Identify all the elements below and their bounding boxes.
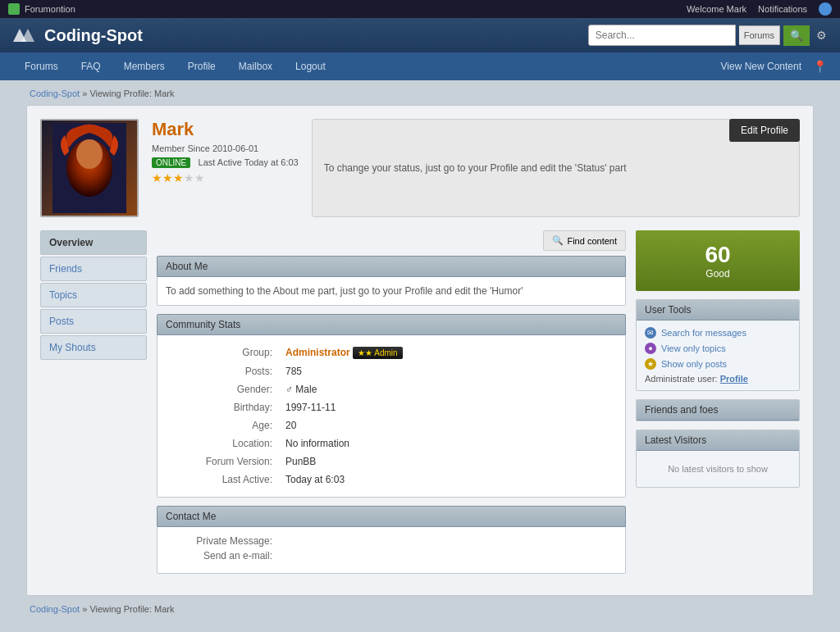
welcome-text[interactable]: Welcome Mark [687, 4, 746, 14]
admin-link-area: Administrate user: Profile [645, 374, 791, 384]
forum-version-label: Forum Version: [166, 452, 281, 471]
table-row: Birthday: 1997-11-11 [166, 398, 617, 416]
table-row: Age: 20 [166, 416, 617, 434]
posts-value: 785 [281, 362, 617, 380]
community-stats-header: Community Stats [157, 314, 626, 335]
table-row: Gender: ♂ Male [166, 380, 617, 398]
content-wrapper: Coding-Spot » Viewing Profile: Mark Edit… [26, 80, 814, 632]
nav: Forums FAQ Members Profile Mailbox Logou… [0, 52, 840, 80]
main-content: 🔍 Find content About Me To add something… [157, 230, 626, 582]
svg-point-4 [76, 139, 103, 169]
search-button[interactable]: 🔍 [783, 25, 810, 46]
location-label: Location: [166, 434, 281, 452]
user-tools-body: ✉ Search for messages ● View only topics… [637, 321, 799, 390]
edit-profile-button[interactable]: Edit Profile [729, 119, 800, 142]
score-box: 60 Good [636, 230, 800, 291]
footer-breadcrumb-home[interactable]: Coding-Spot [30, 604, 80, 614]
private-message-label: Private Message: [166, 535, 272, 547]
sidebar-item-topics[interactable]: Topics [40, 283, 147, 307]
location-value: No information [281, 434, 617, 452]
forumotion-icon [819, 2, 832, 16]
header: Coding-Spot Forums 🔍 ⚙ [0, 18, 840, 52]
profile-name: Mark [152, 119, 299, 140]
nav-forums[interactable]: Forums [13, 52, 70, 80]
view-only-topics-label: View only topics [661, 343, 726, 353]
posts-icon: ★ [645, 358, 656, 370]
breadcrumb-current: Viewing Profile: Mark [89, 89, 174, 98]
age-value: 20 [281, 416, 617, 434]
nav-right: View New Content 📍 [721, 60, 828, 73]
status-text: To change your status, just go to your P… [324, 162, 627, 174]
nav-faq[interactable]: FAQ [70, 52, 112, 80]
user-tools-header: User Tools [637, 300, 799, 321]
forum-version-value: PunBB [281, 452, 617, 471]
admin-text: Administrate user: [645, 374, 718, 384]
community-stats-body: Group: Administrator ★★ Admin Posts: 785 [157, 335, 626, 498]
posts-label: Posts: [166, 362, 281, 380]
table-row: Posts: 785 [166, 362, 617, 380]
search-input[interactable] [588, 25, 736, 46]
footer-breadcrumb-current: Viewing Profile: Mark [89, 604, 174, 614]
show-only-posts-link[interactable]: ★ Show only posts [645, 358, 791, 370]
sidebar-item-myshouts[interactable]: My Shouts [40, 335, 147, 360]
latest-visitors-section: Latest Visitors No latest visitors to sh… [636, 430, 800, 488]
admin-profile-link[interactable]: Profile [720, 374, 748, 384]
send-email-row: Send an e-mail: [166, 550, 617, 562]
about-me-header: About Me [157, 256, 626, 277]
private-message-row: Private Message: [166, 535, 617, 547]
no-visitors-text: No latest visitors to show [645, 457, 791, 480]
site-name: Forumontion [25, 4, 75, 14]
sidebar-item-friends[interactable]: Friends [40, 257, 147, 281]
find-content-button[interactable]: 🔍 Find content [543, 230, 626, 251]
notifications-link[interactable]: Notifications [758, 4, 807, 14]
admin-badge-text: ★★ Admin [358, 348, 398, 357]
avatar-image [52, 123, 126, 213]
admin-badge: ★★ Admin [353, 347, 403, 359]
member-since: Member Since 2010-06-01 [152, 143, 299, 153]
search-messages-label: Search for messages [661, 328, 746, 338]
breadcrumb-home-link[interactable]: Coding-Spot [30, 89, 80, 98]
search-area: Forums 🔍 ⚙ [588, 25, 827, 46]
gender-value: ♂ Male [281, 380, 617, 398]
group-value: Administrator ★★ Admin [281, 343, 617, 362]
top-bar: Forumontion Welcome Mark Notifications [0, 0, 840, 18]
friends-foes-section: Friends and foes [636, 399, 800, 421]
table-row: Last Active: Today at 6:03 [166, 471, 617, 489]
svg-marker-1 [21, 29, 34, 42]
message-icon: ✉ [645, 327, 656, 339]
user-tools-section: User Tools ✉ Search for messages ● View … [636, 299, 800, 391]
group-label: Group: [166, 343, 281, 362]
nav-members[interactable]: Members [112, 52, 176, 80]
group-name: Administrator [285, 347, 350, 358]
profile-container: Edit Profile [26, 105, 814, 596]
find-content-label: Find content [567, 236, 617, 246]
send-email-label: Send an e-mail: [166, 550, 272, 562]
logo-link[interactable]: Coding-Spot [13, 25, 143, 45]
table-row: Group: Administrator ★★ Admin [166, 343, 617, 362]
about-me-body: To add something to the About me part, j… [157, 277, 626, 306]
last-active-label: Last Active: [166, 471, 281, 489]
last-active-value: Today at 6:03 [281, 471, 617, 489]
search-messages-link[interactable]: ✉ Search for messages [645, 327, 791, 339]
view-only-topics-link[interactable]: ● View only topics [645, 343, 791, 354]
score-number: 60 [647, 242, 788, 268]
nav-mailbox[interactable]: Mailbox [227, 52, 284, 80]
star-rating: ★★★★★ [152, 171, 299, 184]
view-new-content-link[interactable]: View New Content [721, 61, 802, 72]
gender-label: Gender: [166, 380, 281, 398]
find-icon: 🔍 [552, 235, 564, 246]
topics-icon: ● [645, 343, 656, 354]
about-me-text: To add something to the About me part, j… [166, 285, 523, 297]
settings-button[interactable]: ⚙ [816, 29, 827, 42]
online-badge: ONLINE [152, 157, 190, 168]
show-only-posts-label: Show only posts [661, 359, 727, 369]
stats-table: Group: Administrator ★★ Admin Posts: 785 [166, 343, 617, 489]
sidebar-item-overview[interactable]: Overview [40, 230, 147, 255]
profile-info: Mark Member Since 2010-06-01 ONLINE Last… [152, 119, 299, 217]
forumotion-logo-icon [8, 3, 20, 15]
sidebar-item-posts[interactable]: Posts [40, 309, 147, 334]
avatar [40, 119, 139, 217]
last-active: Last Active Today at 6:03 [199, 157, 299, 167]
nav-logout[interactable]: Logout [284, 52, 337, 80]
nav-profile[interactable]: Profile [176, 52, 227, 80]
